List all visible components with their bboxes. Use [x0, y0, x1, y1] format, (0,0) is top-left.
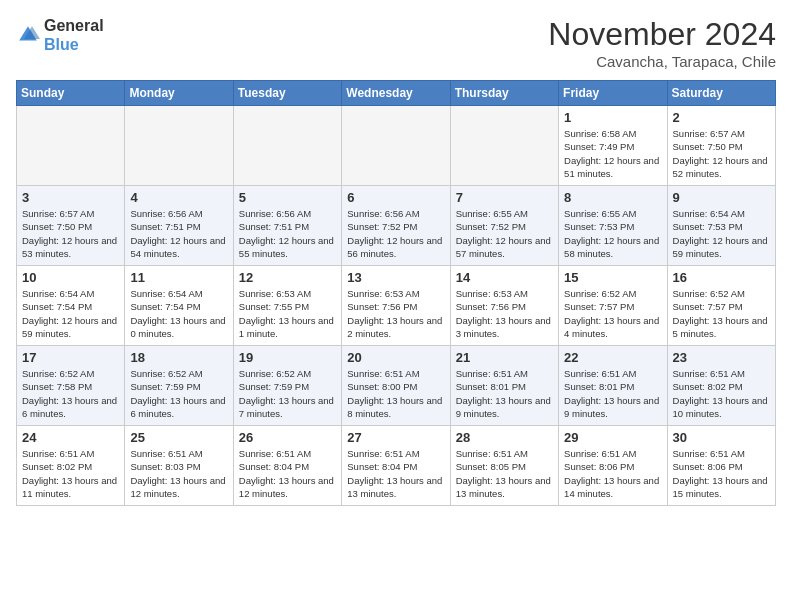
logo: General Blue — [16, 16, 104, 54]
calendar-cell: 16 Sunrise: 6:52 AMSunset: 7:57 PMDaylig… — [667, 266, 775, 346]
day-number: 11 — [130, 270, 227, 285]
month-title: November 2024 — [548, 16, 776, 53]
day-number: 17 — [22, 350, 119, 365]
day-number: 15 — [564, 270, 661, 285]
day-info: Sunrise: 6:54 AMSunset: 7:54 PMDaylight:… — [22, 287, 119, 340]
day-info: Sunrise: 6:55 AMSunset: 7:53 PMDaylight:… — [564, 207, 661, 260]
calendar-cell: 4 Sunrise: 6:56 AMSunset: 7:51 PMDayligh… — [125, 186, 233, 266]
header-sunday: Sunday — [17, 81, 125, 106]
day-info: Sunrise: 6:53 AMSunset: 7:55 PMDaylight:… — [239, 287, 336, 340]
header-monday: Monday — [125, 81, 233, 106]
header-thursday: Thursday — [450, 81, 558, 106]
calendar-cell — [125, 106, 233, 186]
day-number: 13 — [347, 270, 444, 285]
header: General Blue November 2024 Cavancha, Tar… — [16, 16, 776, 70]
calendar-cell: 1 Sunrise: 6:58 AMSunset: 7:49 PMDayligh… — [559, 106, 667, 186]
day-number: 25 — [130, 430, 227, 445]
day-info: Sunrise: 6:51 AMSunset: 8:00 PMDaylight:… — [347, 367, 444, 420]
day-info: Sunrise: 6:51 AMSunset: 8:01 PMDaylight:… — [564, 367, 661, 420]
calendar-cell: 2 Sunrise: 6:57 AMSunset: 7:50 PMDayligh… — [667, 106, 775, 186]
day-info: Sunrise: 6:51 AMSunset: 8:06 PMDaylight:… — [564, 447, 661, 500]
day-info: Sunrise: 6:51 AMSunset: 8:03 PMDaylight:… — [130, 447, 227, 500]
weekday-header-row: Sunday Monday Tuesday Wednesday Thursday… — [17, 81, 776, 106]
logo-blue: Blue — [44, 36, 79, 53]
calendar-cell: 21 Sunrise: 6:51 AMSunset: 8:01 PMDaylig… — [450, 346, 558, 426]
day-number: 18 — [130, 350, 227, 365]
calendar-cell: 25 Sunrise: 6:51 AMSunset: 8:03 PMDaylig… — [125, 426, 233, 506]
calendar-cell: 20 Sunrise: 6:51 AMSunset: 8:00 PMDaylig… — [342, 346, 450, 426]
calendar-cell — [342, 106, 450, 186]
calendar-cell: 7 Sunrise: 6:55 AMSunset: 7:52 PMDayligh… — [450, 186, 558, 266]
week-row-3: 10 Sunrise: 6:54 AMSunset: 7:54 PMDaylig… — [17, 266, 776, 346]
calendar-cell: 12 Sunrise: 6:53 AMSunset: 7:55 PMDaylig… — [233, 266, 341, 346]
calendar-cell — [17, 106, 125, 186]
day-number: 22 — [564, 350, 661, 365]
day-number: 3 — [22, 190, 119, 205]
calendar-table: Sunday Monday Tuesday Wednesday Thursday… — [16, 80, 776, 506]
day-info: Sunrise: 6:51 AMSunset: 8:04 PMDaylight:… — [239, 447, 336, 500]
day-number: 20 — [347, 350, 444, 365]
day-info: Sunrise: 6:51 AMSunset: 8:02 PMDaylight:… — [22, 447, 119, 500]
logo-icon — [16, 23, 40, 47]
day-number: 14 — [456, 270, 553, 285]
day-info: Sunrise: 6:56 AMSunset: 7:51 PMDaylight:… — [130, 207, 227, 260]
day-info: Sunrise: 6:54 AMSunset: 7:53 PMDaylight:… — [673, 207, 770, 260]
day-number: 19 — [239, 350, 336, 365]
day-number: 30 — [673, 430, 770, 445]
header-saturday: Saturday — [667, 81, 775, 106]
week-row-4: 17 Sunrise: 6:52 AMSunset: 7:58 PMDaylig… — [17, 346, 776, 426]
calendar-cell: 23 Sunrise: 6:51 AMSunset: 8:02 PMDaylig… — [667, 346, 775, 426]
title-block: November 2024 Cavancha, Tarapaca, Chile — [548, 16, 776, 70]
day-info: Sunrise: 6:51 AMSunset: 8:01 PMDaylight:… — [456, 367, 553, 420]
page-container: General Blue November 2024 Cavancha, Tar… — [0, 0, 792, 514]
calendar-cell — [233, 106, 341, 186]
calendar-cell: 28 Sunrise: 6:51 AMSunset: 8:05 PMDaylig… — [450, 426, 558, 506]
day-number: 1 — [564, 110, 661, 125]
week-row-5: 24 Sunrise: 6:51 AMSunset: 8:02 PMDaylig… — [17, 426, 776, 506]
day-number: 29 — [564, 430, 661, 445]
header-tuesday: Tuesday — [233, 81, 341, 106]
day-number: 16 — [673, 270, 770, 285]
day-info: Sunrise: 6:51 AMSunset: 8:06 PMDaylight:… — [673, 447, 770, 500]
calendar-cell: 17 Sunrise: 6:52 AMSunset: 7:58 PMDaylig… — [17, 346, 125, 426]
day-number: 2 — [673, 110, 770, 125]
day-number: 8 — [564, 190, 661, 205]
calendar-cell: 27 Sunrise: 6:51 AMSunset: 8:04 PMDaylig… — [342, 426, 450, 506]
logo-text: General Blue — [44, 16, 104, 54]
calendar-cell: 14 Sunrise: 6:53 AMSunset: 7:56 PMDaylig… — [450, 266, 558, 346]
day-info: Sunrise: 6:51 AMSunset: 8:02 PMDaylight:… — [673, 367, 770, 420]
calendar-cell: 19 Sunrise: 6:52 AMSunset: 7:59 PMDaylig… — [233, 346, 341, 426]
day-info: Sunrise: 6:53 AMSunset: 7:56 PMDaylight:… — [347, 287, 444, 340]
day-info: Sunrise: 6:52 AMSunset: 7:59 PMDaylight:… — [239, 367, 336, 420]
day-info: Sunrise: 6:55 AMSunset: 7:52 PMDaylight:… — [456, 207, 553, 260]
calendar-cell: 30 Sunrise: 6:51 AMSunset: 8:06 PMDaylig… — [667, 426, 775, 506]
calendar-cell: 29 Sunrise: 6:51 AMSunset: 8:06 PMDaylig… — [559, 426, 667, 506]
week-row-1: 1 Sunrise: 6:58 AMSunset: 7:49 PMDayligh… — [17, 106, 776, 186]
day-number: 6 — [347, 190, 444, 205]
calendar-cell: 11 Sunrise: 6:54 AMSunset: 7:54 PMDaylig… — [125, 266, 233, 346]
day-info: Sunrise: 6:56 AMSunset: 7:51 PMDaylight:… — [239, 207, 336, 260]
calendar-cell: 6 Sunrise: 6:56 AMSunset: 7:52 PMDayligh… — [342, 186, 450, 266]
day-info: Sunrise: 6:57 AMSunset: 7:50 PMDaylight:… — [22, 207, 119, 260]
day-info: Sunrise: 6:56 AMSunset: 7:52 PMDaylight:… — [347, 207, 444, 260]
day-number: 21 — [456, 350, 553, 365]
calendar-cell: 9 Sunrise: 6:54 AMSunset: 7:53 PMDayligh… — [667, 186, 775, 266]
calendar-cell: 8 Sunrise: 6:55 AMSunset: 7:53 PMDayligh… — [559, 186, 667, 266]
day-number: 4 — [130, 190, 227, 205]
day-info: Sunrise: 6:51 AMSunset: 8:04 PMDaylight:… — [347, 447, 444, 500]
header-friday: Friday — [559, 81, 667, 106]
day-info: Sunrise: 6:53 AMSunset: 7:56 PMDaylight:… — [456, 287, 553, 340]
day-info: Sunrise: 6:52 AMSunset: 7:57 PMDaylight:… — [673, 287, 770, 340]
day-info: Sunrise: 6:57 AMSunset: 7:50 PMDaylight:… — [673, 127, 770, 180]
calendar-cell — [450, 106, 558, 186]
calendar-cell: 18 Sunrise: 6:52 AMSunset: 7:59 PMDaylig… — [125, 346, 233, 426]
day-number: 28 — [456, 430, 553, 445]
calendar-cell: 15 Sunrise: 6:52 AMSunset: 7:57 PMDaylig… — [559, 266, 667, 346]
day-number: 10 — [22, 270, 119, 285]
day-number: 24 — [22, 430, 119, 445]
day-number: 12 — [239, 270, 336, 285]
calendar-cell: 22 Sunrise: 6:51 AMSunset: 8:01 PMDaylig… — [559, 346, 667, 426]
day-number: 9 — [673, 190, 770, 205]
day-number: 26 — [239, 430, 336, 445]
logo-general: General — [44, 17, 104, 34]
